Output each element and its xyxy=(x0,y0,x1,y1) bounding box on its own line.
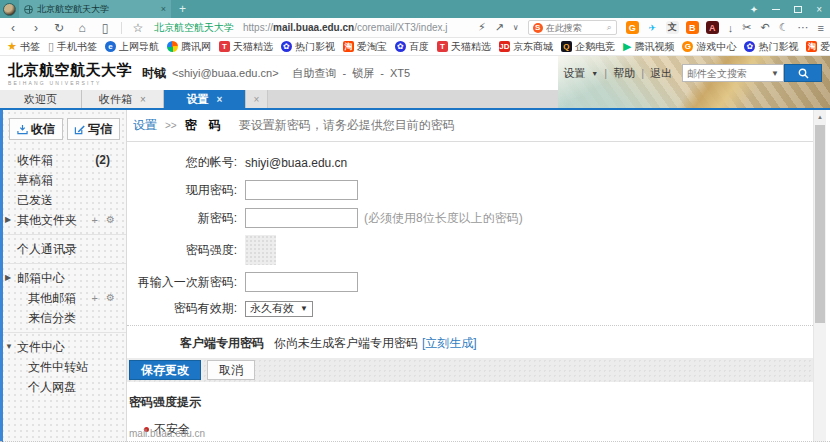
self-service-link[interactable]: 自助查询 xyxy=(293,66,337,81)
game-extension-icon[interactable]: G xyxy=(626,21,639,34)
bookmark-item[interactable]: JD京东商城 xyxy=(499,40,553,54)
sidebar-item-已发送[interactable]: 已发送 xyxy=(0,190,126,210)
restore-icon[interactable] xyxy=(794,6,802,13)
reader-icon[interactable]: ▯ xyxy=(98,21,112,35)
expand-arrow-icon[interactable]: ▶ xyxy=(5,268,11,288)
bookmark-item[interactable]: ✿热门影视 xyxy=(281,40,335,54)
bookmark-item[interactable]: ★书签 xyxy=(7,40,40,54)
tab-close-icon[interactable]: × xyxy=(140,94,146,105)
bookmark-item[interactable]: 淘爱淘宝 xyxy=(806,40,830,54)
sidebar-item-文件中心[interactable]: ▼文件中心 xyxy=(0,337,126,357)
menu-icon[interactable]: ≡ xyxy=(818,22,824,34)
page-scrollbar[interactable]: ▲ xyxy=(813,110,826,442)
more-icon[interactable]: ⋯ xyxy=(798,21,809,34)
generate-now-link[interactable]: [立刻生成] xyxy=(422,335,477,352)
tab-close-icon[interactable]: × xyxy=(161,4,166,14)
validity-select[interactable]: 永久有效 ▼ xyxy=(245,301,313,317)
tab-close-icon[interactable]: × xyxy=(217,94,223,105)
logout-link[interactable]: 退出 xyxy=(650,66,672,81)
scrollbar-thumb[interactable] xyxy=(815,125,825,323)
undo-icon[interactable]: ↶ xyxy=(760,21,769,34)
bookmark-item[interactable]: ▶腾讯视频 xyxy=(623,40,674,54)
browser-tab-title: 北京航空航天大学 xyxy=(37,3,157,16)
bookmark-item[interactable]: e上网导航 xyxy=(105,40,159,54)
bookmark-item[interactable]: ✿百度 xyxy=(395,40,429,54)
quick-search-box[interactable]: S ⌕ xyxy=(528,20,617,35)
sidebar-item-来信分类[interactable]: 来信分类 xyxy=(0,308,126,328)
close-icon[interactable]: × xyxy=(816,4,822,15)
minimize-icon[interactable] xyxy=(772,9,780,10)
night-mode-icon[interactable]: ☾ xyxy=(779,21,789,34)
translate-extension-icon[interactable]: 文 xyxy=(666,21,679,34)
home-icon[interactable]: ⌂ xyxy=(75,21,89,35)
sidebar-item-草稿箱[interactable]: 草稿箱 xyxy=(0,170,126,190)
save-changes-button[interactable]: 保存更改 xyxy=(129,360,201,380)
flash-icon[interactable]: ⚡ xyxy=(478,21,486,34)
refresh-icon[interactable]: ↻ xyxy=(52,21,66,35)
bookmark-item[interactable]: 淘爱淘宝 xyxy=(343,40,387,54)
bookmark-item[interactable]: T天猫精选 xyxy=(219,40,273,54)
mail-tab-收件箱[interactable]: 收件箱× xyxy=(82,90,164,108)
address-bar[interactable]: https://mail.buaa.edu.cn/coremail/XT3/in… xyxy=(243,22,448,33)
share-icon[interactable]: ↗ xyxy=(495,21,504,34)
sidebar-item-其他文件夹[interactable]: ▶其他文件夹+⚙ xyxy=(0,210,126,230)
bookmark-item[interactable]: ▯手机书签 xyxy=(48,40,97,54)
bookmark-item[interactable]: G游戏中心 xyxy=(682,40,736,54)
new-password-input[interactable] xyxy=(245,208,358,228)
back-icon[interactable]: ‹ xyxy=(6,21,20,35)
compose-mail-button[interactable]: 写信 xyxy=(67,118,121,140)
search-icon[interactable]: ⌕ xyxy=(607,22,612,33)
mail-search-button[interactable] xyxy=(784,64,822,82)
sidebar-item-个人网盘[interactable]: 个人网盘 xyxy=(0,377,126,397)
lock-screen-link[interactable]: 锁屏 xyxy=(352,66,374,81)
chevron-down-icon[interactable]: ∨ xyxy=(513,23,519,32)
ghost-tab-close-icon[interactable]: × xyxy=(246,90,268,108)
version-link[interactable]: XT5 xyxy=(390,67,410,79)
scroll-up-arrow-icon[interactable]: ▲ xyxy=(814,110,826,123)
cancel-button[interactable]: 取消 xyxy=(207,360,255,380)
bookmark-item[interactable]: T天猫精选 xyxy=(437,40,491,54)
confirm-password-input[interactable] xyxy=(245,272,358,292)
bookmark-item[interactable]: Q企鹅电竞 xyxy=(561,40,615,54)
mail-tab-欢迎页[interactable]: 欢迎页 xyxy=(0,90,82,108)
browser-tab[interactable]: 北京航空航天大学 × xyxy=(19,0,171,18)
new-tab-button[interactable]: + xyxy=(179,2,186,16)
theme-icon[interactable]: ✦ xyxy=(750,4,758,15)
receive-mail-label: 收信 xyxy=(31,121,55,138)
account-row: 您的帐号: shiyi@buaa.edu.cn xyxy=(127,154,813,171)
adobe-extension-icon[interactable]: A xyxy=(706,21,719,34)
bookmark-item[interactable]: ✿热门影视 xyxy=(744,40,798,54)
expand-arrow-icon[interactable]: ▼ xyxy=(5,337,13,357)
current-password-input[interactable] xyxy=(245,180,358,200)
mail-tab-设置[interactable]: 设置× xyxy=(164,90,246,108)
sidebar-item-邮箱中心[interactable]: ▶邮箱中心 xyxy=(0,268,126,288)
bird-extension-icon[interactable]: ✈ xyxy=(646,21,659,34)
window-controls: ✦ × xyxy=(750,4,830,15)
sidebar-item-其他邮箱[interactable]: 其他邮箱+⚙ xyxy=(0,288,126,308)
clip-icon[interactable]: ✂ xyxy=(742,21,751,34)
settings-link[interactable]: 设置 xyxy=(563,66,585,81)
bookmark-star-icon[interactable]: ☆ xyxy=(131,21,145,35)
add-folder-icon[interactable]: + xyxy=(92,288,98,308)
quick-search-input[interactable] xyxy=(546,23,604,33)
forward-icon[interactable]: › xyxy=(29,21,43,35)
gear-icon[interactable]: ⚙ xyxy=(106,288,115,308)
mail-search-box[interactable]: ▼ xyxy=(682,64,784,82)
sidebar-item-收件箱[interactable]: 收件箱(2) xyxy=(0,150,126,170)
breadcrumb-settings-link[interactable]: 设置 xyxy=(133,117,157,134)
sidebar-item-个人通讯录[interactable]: 个人通讯录 xyxy=(0,239,126,259)
bookmark-icon: G xyxy=(682,41,693,52)
help-link[interactable]: 帮助 xyxy=(613,66,635,81)
receive-mail-button[interactable]: 收信 xyxy=(9,118,63,140)
sidebar-item-文件中转站[interactable]: 文件中转站 xyxy=(0,357,126,377)
download-icon[interactable]: ↓ xyxy=(728,22,734,34)
expand-arrow-icon[interactable]: ▶ xyxy=(5,210,11,230)
browser-profile-avatar[interactable] xyxy=(3,3,16,16)
shop-bag-extension-icon[interactable]: B xyxy=(686,21,699,34)
mail-search-caret-icon[interactable]: ▼ xyxy=(771,69,783,78)
gear-icon[interactable]: ⚙ xyxy=(106,210,115,230)
mail-search-input[interactable] xyxy=(683,68,771,79)
bookmark-item[interactable]: 腾讯网 xyxy=(167,40,211,54)
settings-caret-icon[interactable]: ▼ xyxy=(591,70,598,77)
add-folder-icon[interactable]: + xyxy=(92,210,98,230)
